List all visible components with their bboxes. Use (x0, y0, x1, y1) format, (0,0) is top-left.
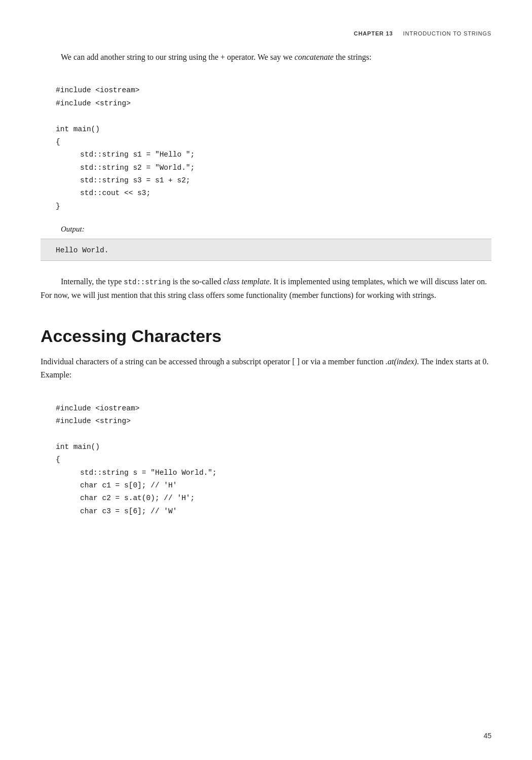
code-line: std::string s3 = s1 + s2; (56, 174, 491, 187)
code-line: std::string s = "Hello World."; (56, 467, 491, 479)
code-line: char c1 = s[0]; // 'H' (56, 479, 491, 492)
code-line: #include <string> (56, 415, 491, 428)
code-line: #include <string> (56, 97, 491, 110)
code-line: int main() (56, 441, 491, 453)
output-label: Output: (61, 225, 491, 234)
code-line: std::string s2 = "World."; (56, 162, 491, 174)
output-label-text: Output: (61, 225, 85, 233)
body-text-before: Internally, the type (61, 277, 124, 286)
body-paragraph: Internally, the type std::string is the … (41, 275, 491, 302)
intro-text-after: the strings: (333, 53, 371, 61)
code-block-2: #include <iostream> #include <string> in… (41, 393, 491, 527)
code-line: #include <iostream> (56, 84, 491, 97)
code-line: char c2 = s.at(0); // 'H'; (56, 492, 491, 505)
code-line: { (56, 453, 491, 466)
code-line: } (56, 200, 491, 213)
section-intro: Individual characters of a string can be… (41, 355, 491, 382)
code-line: std::cout << s3; (56, 187, 491, 200)
section-heading: Accessing Characters (41, 326, 491, 346)
code-block-1: #include <iostream> #include <string> in… (41, 75, 491, 222)
section-intro-before: Individual characters of a string can be… (41, 357, 386, 366)
body-italic-phrase: class template (223, 277, 270, 286)
code-line: { (56, 136, 491, 148)
section-intro-italic-code: .at(index) (386, 357, 417, 366)
chapter-header: CHAPTER 13 INTRODUCTION TO STRINGS (41, 30, 491, 36)
output-text: Hello World. (56, 246, 108, 254)
code-line: int main() (56, 123, 491, 136)
body-code-word: std::string (124, 278, 170, 286)
chapter-number: CHAPTER 13 (354, 30, 393, 36)
page-number: 45 (483, 732, 491, 740)
intro-paragraph: We can add another string to our string … (41, 51, 491, 64)
page: CHAPTER 13 INTRODUCTION TO STRINGS We ca… (0, 0, 532, 760)
body-text-after-1: is the so-called (171, 277, 223, 286)
chapter-title: INTRODUCTION TO STRINGS (403, 30, 491, 36)
output-box: Hello World. (41, 239, 491, 261)
code-line (56, 110, 491, 123)
intro-text-before: We can add another string to our string … (61, 53, 294, 61)
code-line: std::string s1 = "Hello "; (56, 148, 491, 161)
code-line (56, 428, 491, 440)
code-line: char c3 = s[6]; // 'W' (56, 505, 491, 518)
code-line: #include <iostream> (56, 402, 491, 415)
intro-italic: concatenate (294, 53, 333, 61)
